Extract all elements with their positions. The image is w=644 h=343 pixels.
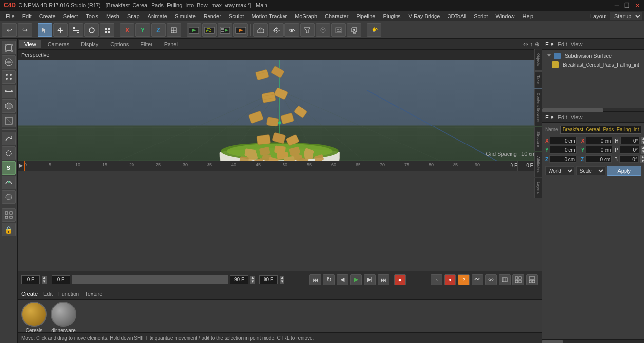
menu-file[interactable]: File bbox=[2, 12, 19, 20]
menu-mograph[interactable]: MoGraph bbox=[291, 12, 321, 20]
sculpt-tool-btn[interactable] bbox=[2, 190, 16, 204]
frame-down-btn[interactable]: ▼ bbox=[42, 280, 47, 284]
materials-tab-texture[interactable]: Texture bbox=[85, 291, 102, 297]
side-tab-structure[interactable]: Structure bbox=[534, 127, 542, 151]
auto-keyframe-btn[interactable]: ● bbox=[444, 274, 456, 285]
transform-tool-btn[interactable] bbox=[100, 23, 114, 37]
end-frame-down-btn[interactable]: ▼ bbox=[250, 280, 255, 284]
menu-sculpt[interactable]: Sculpt bbox=[225, 12, 248, 20]
h-input[interactable] bbox=[620, 137, 640, 144]
material-item-dinnerware[interactable]: dinnerware bbox=[51, 302, 76, 333]
step-forward-btn[interactable]: ▶| bbox=[364, 274, 376, 285]
texture-axis-btn[interactable] bbox=[2, 55, 16, 69]
menu-motion-tracker[interactable]: Motion Tracker bbox=[247, 12, 291, 20]
tree-item-cereal[interactable]: Breakfast_Cereal_Pads_Falling_int bbox=[544, 60, 642, 69]
x-rot-input[interactable] bbox=[586, 137, 612, 144]
jump-to-start-btn[interactable]: ⏮ bbox=[309, 274, 321, 285]
material-item-cereals[interactable]: Cereals bbox=[21, 302, 47, 333]
timeline-playhead[interactable] bbox=[24, 161, 25, 171]
viewport-tab-display[interactable]: Display bbox=[76, 40, 103, 48]
z-rot-input[interactable] bbox=[585, 155, 612, 163]
object-name-field[interactable]: Breakfast_Cereal_Pads_Falling_int bbox=[560, 126, 642, 134]
model-tool-btn[interactable] bbox=[2, 41, 16, 54]
rotate-tool-btn[interactable] bbox=[84, 23, 99, 37]
attr-edit-tab[interactable]: Edit bbox=[558, 114, 567, 120]
timeline-content[interactable] bbox=[18, 171, 542, 271]
3d-viewport[interactable]: X Y Z Grid Spacing : 10 cm bbox=[18, 60, 542, 161]
menu-snap[interactable]: Snap bbox=[123, 12, 144, 20]
filter-btn[interactable] bbox=[300, 23, 315, 37]
menu-plugins[interactable]: Plugins bbox=[379, 12, 404, 20]
motion-mode-btn[interactable] bbox=[472, 274, 483, 285]
select-tool-btn[interactable] bbox=[38, 23, 52, 37]
restore-btn[interactable]: ❐ bbox=[624, 2, 630, 9]
menu-window[interactable]: Window bbox=[492, 12, 518, 20]
b-down-btn[interactable]: ▼ bbox=[640, 159, 644, 163]
layout-dropdown[interactable]: Startup bbox=[610, 12, 642, 20]
menu-simulate[interactable]: Simulate bbox=[171, 12, 200, 20]
smooth-tool-btn[interactable] bbox=[2, 176, 16, 189]
spline-tool-btn[interactable] bbox=[2, 132, 16, 145]
h-down-btn[interactable]: ▼ bbox=[641, 141, 644, 144]
attr-file-tab[interactable]: File bbox=[545, 114, 554, 120]
viewport-tab-panel[interactable]: Panel bbox=[159, 40, 183, 48]
grid-snap-btn[interactable] bbox=[2, 208, 16, 222]
materials-tab-create[interactable]: Create bbox=[21, 291, 38, 297]
scale-tool-btn[interactable] bbox=[69, 23, 83, 37]
menu-script[interactable]: Script bbox=[470, 12, 492, 20]
tree-item-subdivision[interactable]: Subdivision Surface bbox=[544, 52, 642, 60]
polygons-tool-btn[interactable] bbox=[2, 99, 16, 113]
render-active-view-btn[interactable] bbox=[187, 23, 201, 37]
viewport-tab-filter[interactable]: Filter bbox=[135, 40, 157, 48]
keyframe-mode-btn[interactable]: ? bbox=[458, 274, 470, 285]
x-axis-btn[interactable]: X bbox=[120, 23, 134, 37]
play-end-down-btn[interactable]: ▼ bbox=[280, 280, 284, 284]
menu-mesh[interactable]: Mesh bbox=[102, 12, 123, 20]
menu-3dtoall[interactable]: 3DToAll bbox=[444, 12, 470, 20]
shade-mode-btn[interactable] bbox=[316, 23, 330, 37]
move-tool-btn[interactable] bbox=[53, 23, 68, 37]
b-input[interactable] bbox=[619, 155, 639, 163]
play-range-end[interactable] bbox=[259, 275, 278, 284]
y-pos-input[interactable] bbox=[550, 146, 577, 154]
menu-vray[interactable]: V-Ray Bridge bbox=[405, 12, 444, 20]
materials-tab-edit[interactable]: Edit bbox=[43, 291, 53, 297]
menu-tools[interactable]: Tools bbox=[82, 12, 102, 20]
p-down-btn[interactable]: ▼ bbox=[641, 150, 644, 154]
p-input[interactable] bbox=[620, 146, 639, 154]
right-edit-tab[interactable]: Edit bbox=[558, 41, 567, 47]
viewport-tab-cameras[interactable]: Cameras bbox=[43, 40, 75, 48]
perspective-view-btn[interactable] bbox=[253, 23, 268, 37]
coord-system-dropdown[interactable]: World Local bbox=[545, 166, 574, 175]
transform-mode-dropdown[interactable]: Scale Rotate Move bbox=[576, 166, 606, 175]
ik-mode-btn[interactable] bbox=[485, 274, 497, 285]
material-thumb-cereals[interactable] bbox=[21, 302, 47, 327]
x-pos-input[interactable] bbox=[550, 137, 577, 144]
viewport-control-pan[interactable]: ⇔ bbox=[523, 41, 528, 48]
attr-view-tab[interactable]: View bbox=[571, 114, 583, 120]
light-btn[interactable] bbox=[367, 23, 381, 37]
record-btn[interactable]: ● bbox=[394, 274, 406, 285]
viewport-tab-view[interactable]: View bbox=[19, 40, 41, 48]
jump-to-end-btn[interactable]: ⏭ bbox=[378, 274, 389, 285]
right-file-tab[interactable]: File bbox=[545, 41, 554, 47]
z-axis-btn[interactable]: Z bbox=[151, 23, 166, 37]
track-btn[interactable] bbox=[499, 274, 511, 285]
grid-btn[interactable] bbox=[512, 274, 524, 285]
loop-btn[interactable]: ↻ bbox=[323, 274, 335, 285]
range-start-input[interactable] bbox=[52, 275, 70, 284]
play-btn[interactable]: ▶ bbox=[350, 274, 362, 285]
render-all-btn[interactable] bbox=[218, 23, 232, 37]
menu-render[interactable]: Render bbox=[200, 12, 225, 20]
lock-btn[interactable]: 🔒 bbox=[2, 223, 16, 236]
viewport-control-full[interactable]: ⊕ bbox=[535, 41, 540, 48]
layout-view-btn[interactable] bbox=[526, 274, 538, 285]
current-frame-input[interactable] bbox=[21, 275, 40, 284]
menu-pipeline[interactable]: Pipeline bbox=[352, 12, 379, 20]
materials-tab-function[interactable]: Function bbox=[58, 291, 79, 297]
render-region-btn[interactable] bbox=[202, 23, 217, 37]
viewport-control-zoom[interactable]: ↑ bbox=[530, 41, 533, 48]
close-btn[interactable]: ✕ bbox=[635, 2, 640, 9]
menu-edit[interactable]: Edit bbox=[19, 12, 36, 20]
side-tab-layers[interactable]: Layers bbox=[534, 178, 542, 198]
